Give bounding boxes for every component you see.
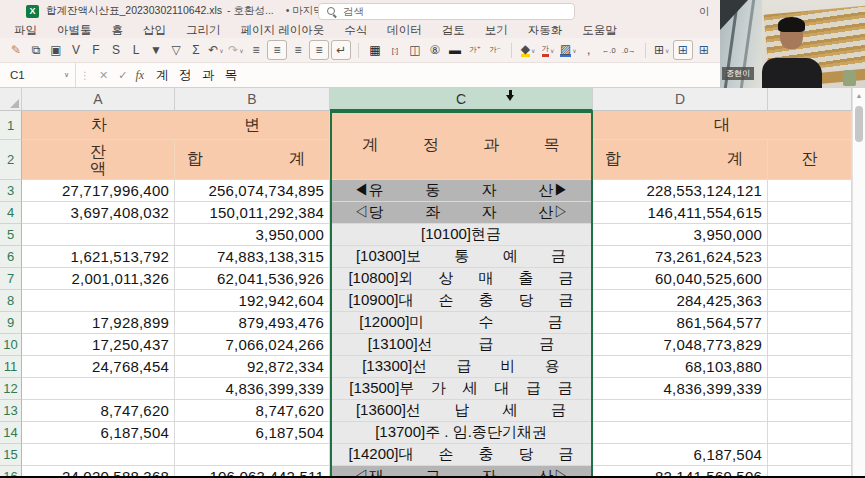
- cell-D6[interactable]: 73,261,624,523: [593, 246, 768, 268]
- cell-A3[interactable]: 27,717,996,400: [22, 180, 175, 202]
- comma-style-icon[interactable]: ,: [580, 41, 598, 59]
- row-header-9[interactable]: 9: [0, 312, 22, 334]
- menu-item-7[interactable]: 데이터: [377, 22, 432, 39]
- cell-D4[interactable]: 146,411,554,615: [593, 202, 768, 224]
- brackets-icon[interactable]: [:]: [386, 41, 404, 59]
- cell-C12[interactable]: [13500]부 가 세 대 급 금: [330, 378, 593, 400]
- menu-item-3[interactable]: 삽입: [133, 22, 176, 39]
- cell-A8[interactable]: [22, 290, 175, 312]
- name-box-caret-icon[interactable]: ∨: [64, 71, 69, 79]
- chart-icon[interactable]: ◫: [406, 41, 424, 59]
- insert-function-icon[interactable]: fx: [132, 68, 150, 83]
- vertical-scrollbar[interactable]: ▲: [852, 88, 865, 478]
- align-left-icon[interactable]: ≡: [247, 41, 265, 59]
- column-header-B[interactable]: B: [175, 88, 330, 111]
- borders-icon[interactable]: ⊞∨: [653, 41, 671, 59]
- paste-icon[interactable]: ▣: [47, 41, 65, 59]
- select-all-corner[interactable]: [0, 88, 22, 111]
- user-account-label[interactable]: 이: [699, 5, 710, 19]
- cell-B8[interactable]: 192,942,604: [175, 290, 330, 312]
- cell-C5[interactable]: [10100]현금: [330, 224, 593, 246]
- row-header-12[interactable]: 12: [0, 378, 22, 400]
- cell-D3[interactable]: 228,553,124,121: [593, 180, 768, 202]
- row-header-10[interactable]: 10: [0, 334, 22, 356]
- column-header-C[interactable]: C: [330, 88, 593, 111]
- cell-A12[interactable]: [22, 378, 175, 400]
- fill-color-icon[interactable]: ◆∨: [519, 41, 537, 59]
- row-header-1[interactable]: 1: [0, 111, 22, 140]
- excel-app-icon[interactable]: X: [26, 5, 39, 18]
- row-header-6[interactable]: 6: [0, 246, 22, 268]
- font-increase-icon[interactable]: 가⁺: [466, 41, 484, 59]
- menu-item-10[interactable]: 자동화: [518, 22, 573, 39]
- cell-E11[interactable]: [768, 356, 852, 378]
- cell-B10[interactable]: 7,066,024,266: [175, 334, 330, 356]
- enter-icon[interactable]: ✓: [113, 69, 132, 82]
- cell-A14[interactable]: 6,187,504: [22, 422, 175, 444]
- cell-D9[interactable]: 861,564,577: [593, 312, 768, 334]
- menu-item-2[interactable]: 홈: [102, 22, 134, 39]
- cell-D15[interactable]: 6,187,504: [593, 444, 768, 466]
- sum-icon[interactable]: Σ: [187, 41, 205, 59]
- highlight-icon[interactable]: ▨∨: [559, 41, 578, 59]
- cell-E14[interactable]: [768, 422, 852, 444]
- menu-item-5[interactable]: 페이지 레이아웃: [231, 22, 335, 39]
- cell-A15[interactable]: [22, 444, 175, 466]
- cell-B7[interactable]: 62,041,536,926: [175, 268, 330, 290]
- cell-A11[interactable]: 24,768,454: [22, 356, 175, 378]
- header-debit-balance[interactable]: 잔 액: [22, 140, 175, 180]
- row-header-13[interactable]: 13: [0, 400, 22, 422]
- cell-E12[interactable]: [768, 378, 852, 400]
- cell-B9[interactable]: 879,493,476: [175, 312, 330, 334]
- cell-D10[interactable]: 7,048,773,829: [593, 334, 768, 356]
- font-color-icon[interactable]: 가∨: [539, 41, 557, 59]
- scroll-up-icon[interactable]: ▲: [853, 88, 865, 99]
- cell-C14[interactable]: [13700]주 . 임.종단기채권: [330, 422, 593, 444]
- menu-item-4[interactable]: 그리기: [176, 22, 231, 39]
- align-right-icon[interactable]: ≡: [289, 41, 307, 59]
- row-header-8[interactable]: 8: [0, 290, 22, 312]
- cell-E3[interactable]: [768, 180, 852, 202]
- header-debit-title[interactable]: 차 변: [22, 111, 330, 140]
- cell-E15[interactable]: [768, 444, 852, 466]
- cell-D14[interactable]: [593, 422, 768, 444]
- row-header-7[interactable]: 7: [0, 268, 22, 290]
- cell-D11[interactable]: 68,103,880: [593, 356, 768, 378]
- all-borders-icon[interactable]: ⊞: [673, 40, 693, 60]
- scrollbar-thumb[interactable]: [855, 106, 863, 142]
- menu-item-8[interactable]: 검토: [432, 22, 475, 39]
- font-decrease-icon[interactable]: 가⁻: [486, 41, 504, 59]
- black-box-icon[interactable]: ▬: [446, 41, 464, 59]
- image-icon[interactable]: ▦: [366, 41, 384, 59]
- row-header-11[interactable]: 11: [0, 356, 22, 378]
- align-justify-icon[interactable]: ≡: [309, 40, 329, 60]
- cell-C6[interactable]: [10300]보 통 예 금: [330, 246, 593, 268]
- undo-icon[interactable]: ↶∨: [207, 41, 225, 59]
- cell-B15[interactable]: [175, 444, 330, 466]
- cancel-icon[interactable]: ✕: [94, 69, 113, 82]
- clear-filter-icon[interactable]: ▽: [167, 41, 185, 59]
- macro-v-button[interactable]: V: [67, 41, 85, 59]
- macro-s-button[interactable]: S: [107, 41, 125, 59]
- cell-C15[interactable]: [14200]대 손 충 당 금: [330, 444, 593, 466]
- cell-C11[interactable]: [13300]선 급 비 용: [330, 356, 593, 378]
- header-account-title[interactable]: 계 정 과 목: [330, 111, 593, 180]
- row-header-5[interactable]: 5: [0, 224, 22, 246]
- row-header-2[interactable]: 2: [0, 140, 22, 180]
- column-header-A[interactable]: A: [22, 88, 175, 111]
- menu-item-11[interactable]: 도움말: [572, 22, 627, 39]
- cell-B3[interactable]: 256,074,734,895: [175, 180, 330, 202]
- cell-C8[interactable]: [10900]대 손 충 당 금: [330, 290, 593, 312]
- header-debit-total[interactable]: 합 계: [175, 140, 330, 180]
- header-credit-balance[interactable]: 잔: [768, 140, 852, 180]
- menu-item-9[interactable]: 보기: [475, 22, 518, 39]
- redo-icon[interactable]: ↷∨: [227, 41, 245, 59]
- header-credit-title[interactable]: 대: [593, 111, 852, 140]
- cell-B6[interactable]: 74,883,138,315: [175, 246, 330, 268]
- cell-E10[interactable]: [768, 334, 852, 356]
- cell-D8[interactable]: 284,425,363: [593, 290, 768, 312]
- name-box[interactable]: C1 ∨: [0, 63, 76, 87]
- cell-C10[interactable]: [13100]선 급 금: [330, 334, 593, 356]
- cell-E4[interactable]: [768, 202, 852, 224]
- cell-E7[interactable]: [768, 268, 852, 290]
